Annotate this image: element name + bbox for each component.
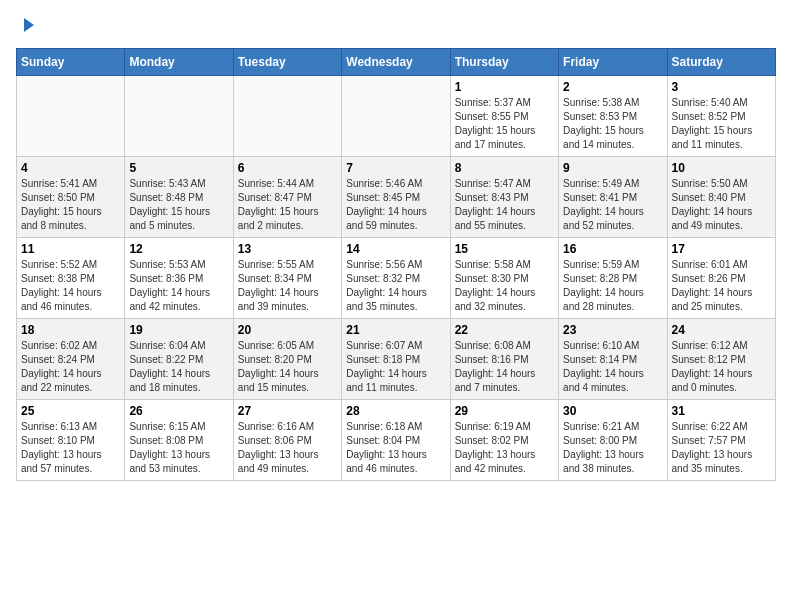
day-info: Sunrise: 5:55 AM Sunset: 8:34 PM Dayligh… [238, 259, 319, 312]
day-number: 5 [129, 161, 228, 175]
day-number: 30 [563, 404, 662, 418]
calendar-day-cell: 1Sunrise: 5:37 AM Sunset: 8:55 PM Daylig… [450, 76, 558, 157]
day-number: 21 [346, 323, 445, 337]
calendar-day-cell: 19Sunrise: 6:04 AM Sunset: 8:22 PM Dayli… [125, 319, 233, 400]
day-number: 6 [238, 161, 337, 175]
day-info: Sunrise: 6:04 AM Sunset: 8:22 PM Dayligh… [129, 340, 210, 393]
day-number: 18 [21, 323, 120, 337]
day-number: 20 [238, 323, 337, 337]
calendar-day-cell: 3Sunrise: 5:40 AM Sunset: 8:52 PM Daylig… [667, 76, 775, 157]
calendar-day-cell: 28Sunrise: 6:18 AM Sunset: 8:04 PM Dayli… [342, 400, 450, 481]
calendar-day-cell: 15Sunrise: 5:58 AM Sunset: 8:30 PM Dayli… [450, 238, 558, 319]
day-info: Sunrise: 6:10 AM Sunset: 8:14 PM Dayligh… [563, 340, 644, 393]
calendar-day-cell: 18Sunrise: 6:02 AM Sunset: 8:24 PM Dayli… [17, 319, 125, 400]
weekday-header-friday: Friday [559, 49, 667, 76]
day-number: 8 [455, 161, 554, 175]
calendar-day-cell: 20Sunrise: 6:05 AM Sunset: 8:20 PM Dayli… [233, 319, 341, 400]
weekday-header-tuesday: Tuesday [233, 49, 341, 76]
page-header [16, 16, 776, 38]
day-info: Sunrise: 5:47 AM Sunset: 8:43 PM Dayligh… [455, 178, 536, 231]
day-info: Sunrise: 5:58 AM Sunset: 8:30 PM Dayligh… [455, 259, 536, 312]
day-number: 25 [21, 404, 120, 418]
day-info: Sunrise: 6:12 AM Sunset: 8:12 PM Dayligh… [672, 340, 753, 393]
calendar-week-row: 1Sunrise: 5:37 AM Sunset: 8:55 PM Daylig… [17, 76, 776, 157]
day-number: 28 [346, 404, 445, 418]
day-number: 23 [563, 323, 662, 337]
calendar-day-cell [342, 76, 450, 157]
day-info: Sunrise: 5:52 AM Sunset: 8:38 PM Dayligh… [21, 259, 102, 312]
day-number: 19 [129, 323, 228, 337]
calendar-day-cell: 13Sunrise: 5:55 AM Sunset: 8:34 PM Dayli… [233, 238, 341, 319]
day-info: Sunrise: 6:16 AM Sunset: 8:06 PM Dayligh… [238, 421, 319, 474]
calendar-day-cell: 4Sunrise: 5:41 AM Sunset: 8:50 PM Daylig… [17, 157, 125, 238]
calendar-day-cell [125, 76, 233, 157]
day-info: Sunrise: 5:46 AM Sunset: 8:45 PM Dayligh… [346, 178, 427, 231]
day-info: Sunrise: 5:50 AM Sunset: 8:40 PM Dayligh… [672, 178, 753, 231]
day-info: Sunrise: 6:07 AM Sunset: 8:18 PM Dayligh… [346, 340, 427, 393]
calendar-day-cell: 29Sunrise: 6:19 AM Sunset: 8:02 PM Dayli… [450, 400, 558, 481]
calendar-day-cell: 25Sunrise: 6:13 AM Sunset: 8:10 PM Dayli… [17, 400, 125, 481]
day-info: Sunrise: 6:22 AM Sunset: 7:57 PM Dayligh… [672, 421, 753, 474]
day-info: Sunrise: 6:05 AM Sunset: 8:20 PM Dayligh… [238, 340, 319, 393]
weekday-header-monday: Monday [125, 49, 233, 76]
day-info: Sunrise: 6:13 AM Sunset: 8:10 PM Dayligh… [21, 421, 102, 474]
day-number: 17 [672, 242, 771, 256]
calendar-day-cell: 14Sunrise: 5:56 AM Sunset: 8:32 PM Dayli… [342, 238, 450, 319]
calendar-day-cell [17, 76, 125, 157]
weekday-header-sunday: Sunday [17, 49, 125, 76]
day-number: 26 [129, 404, 228, 418]
day-number: 11 [21, 242, 120, 256]
day-number: 22 [455, 323, 554, 337]
logo [16, 16, 36, 38]
day-info: Sunrise: 5:43 AM Sunset: 8:48 PM Dayligh… [129, 178, 210, 231]
day-number: 2 [563, 80, 662, 94]
calendar-day-cell [233, 76, 341, 157]
calendar-day-cell: 26Sunrise: 6:15 AM Sunset: 8:08 PM Dayli… [125, 400, 233, 481]
day-info: Sunrise: 5:37 AM Sunset: 8:55 PM Dayligh… [455, 97, 536, 150]
day-number: 13 [238, 242, 337, 256]
day-number: 15 [455, 242, 554, 256]
weekday-header-wednesday: Wednesday [342, 49, 450, 76]
calendar-day-cell: 9Sunrise: 5:49 AM Sunset: 8:41 PM Daylig… [559, 157, 667, 238]
calendar-week-row: 25Sunrise: 6:13 AM Sunset: 8:10 PM Dayli… [17, 400, 776, 481]
day-info: Sunrise: 6:18 AM Sunset: 8:04 PM Dayligh… [346, 421, 427, 474]
calendar-day-cell: 10Sunrise: 5:50 AM Sunset: 8:40 PM Dayli… [667, 157, 775, 238]
calendar-day-cell: 23Sunrise: 6:10 AM Sunset: 8:14 PM Dayli… [559, 319, 667, 400]
calendar-day-cell: 31Sunrise: 6:22 AM Sunset: 7:57 PM Dayli… [667, 400, 775, 481]
day-info: Sunrise: 6:15 AM Sunset: 8:08 PM Dayligh… [129, 421, 210, 474]
day-number: 1 [455, 80, 554, 94]
day-number: 4 [21, 161, 120, 175]
logo-arrow-icon [18, 16, 36, 38]
calendar-day-cell: 16Sunrise: 5:59 AM Sunset: 8:28 PM Dayli… [559, 238, 667, 319]
calendar-day-cell: 22Sunrise: 6:08 AM Sunset: 8:16 PM Dayli… [450, 319, 558, 400]
calendar-day-cell: 11Sunrise: 5:52 AM Sunset: 8:38 PM Dayli… [17, 238, 125, 319]
svg-marker-0 [24, 18, 34, 32]
day-number: 3 [672, 80, 771, 94]
day-number: 29 [455, 404, 554, 418]
calendar-day-cell: 17Sunrise: 6:01 AM Sunset: 8:26 PM Dayli… [667, 238, 775, 319]
day-info: Sunrise: 5:59 AM Sunset: 8:28 PM Dayligh… [563, 259, 644, 312]
day-info: Sunrise: 6:08 AM Sunset: 8:16 PM Dayligh… [455, 340, 536, 393]
calendar-week-row: 18Sunrise: 6:02 AM Sunset: 8:24 PM Dayli… [17, 319, 776, 400]
calendar-day-cell: 8Sunrise: 5:47 AM Sunset: 8:43 PM Daylig… [450, 157, 558, 238]
day-info: Sunrise: 5:49 AM Sunset: 8:41 PM Dayligh… [563, 178, 644, 231]
day-number: 16 [563, 242, 662, 256]
weekday-header-thursday: Thursday [450, 49, 558, 76]
day-info: Sunrise: 5:53 AM Sunset: 8:36 PM Dayligh… [129, 259, 210, 312]
day-number: 9 [563, 161, 662, 175]
day-info: Sunrise: 5:44 AM Sunset: 8:47 PM Dayligh… [238, 178, 319, 231]
weekday-header-saturday: Saturday [667, 49, 775, 76]
day-info: Sunrise: 6:21 AM Sunset: 8:00 PM Dayligh… [563, 421, 644, 474]
day-info: Sunrise: 6:02 AM Sunset: 8:24 PM Dayligh… [21, 340, 102, 393]
calendar-day-cell: 30Sunrise: 6:21 AM Sunset: 8:00 PM Dayli… [559, 400, 667, 481]
day-number: 24 [672, 323, 771, 337]
calendar-day-cell: 27Sunrise: 6:16 AM Sunset: 8:06 PM Dayli… [233, 400, 341, 481]
calendar-day-cell: 24Sunrise: 6:12 AM Sunset: 8:12 PM Dayli… [667, 319, 775, 400]
day-info: Sunrise: 6:19 AM Sunset: 8:02 PM Dayligh… [455, 421, 536, 474]
calendar-day-cell: 7Sunrise: 5:46 AM Sunset: 8:45 PM Daylig… [342, 157, 450, 238]
calendar-week-row: 11Sunrise: 5:52 AM Sunset: 8:38 PM Dayli… [17, 238, 776, 319]
day-info: Sunrise: 5:40 AM Sunset: 8:52 PM Dayligh… [672, 97, 753, 150]
day-info: Sunrise: 5:38 AM Sunset: 8:53 PM Dayligh… [563, 97, 644, 150]
day-info: Sunrise: 6:01 AM Sunset: 8:26 PM Dayligh… [672, 259, 753, 312]
day-number: 10 [672, 161, 771, 175]
